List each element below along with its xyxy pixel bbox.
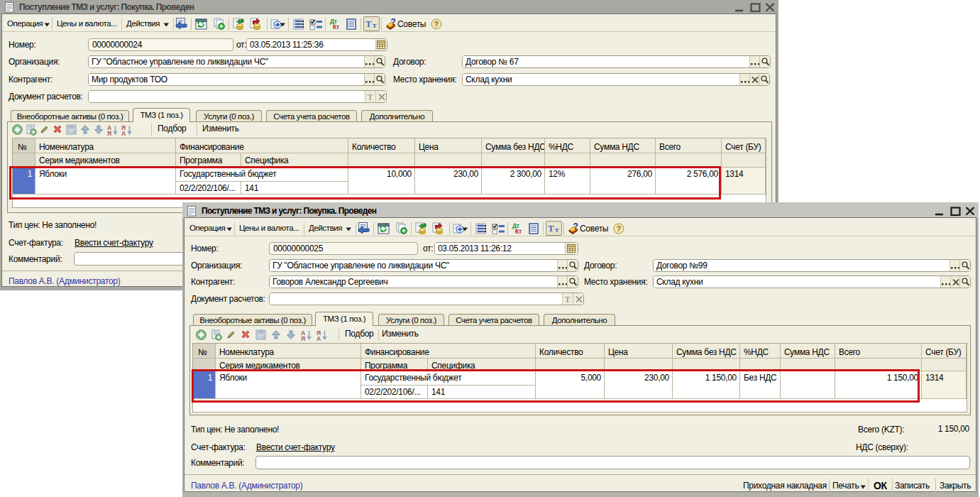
svg-text:?: ? [391, 17, 396, 27]
svg-text:Кт: Кт [333, 23, 339, 31]
svg-text:Я: Я [301, 335, 305, 342]
svg-text:Кт: Кт [515, 228, 522, 235]
svg-text:т: т [555, 225, 559, 234]
svg-text:?: ? [434, 20, 439, 28]
svg-text:Т: Т [365, 18, 372, 29]
svg-text:А: А [121, 130, 126, 137]
svg-text:Я: Я [107, 130, 111, 137]
svg-text:ГОК: ГОК [69, 130, 76, 134]
svg-text:?: ? [617, 224, 622, 233]
svg-text:т: т [373, 21, 377, 29]
svg-text:Т: Т [548, 223, 554, 234]
svg-text:?: ? [573, 222, 578, 231]
svg-text:А: А [316, 335, 321, 342]
svg-text:ГОК: ГОК [258, 335, 265, 339]
